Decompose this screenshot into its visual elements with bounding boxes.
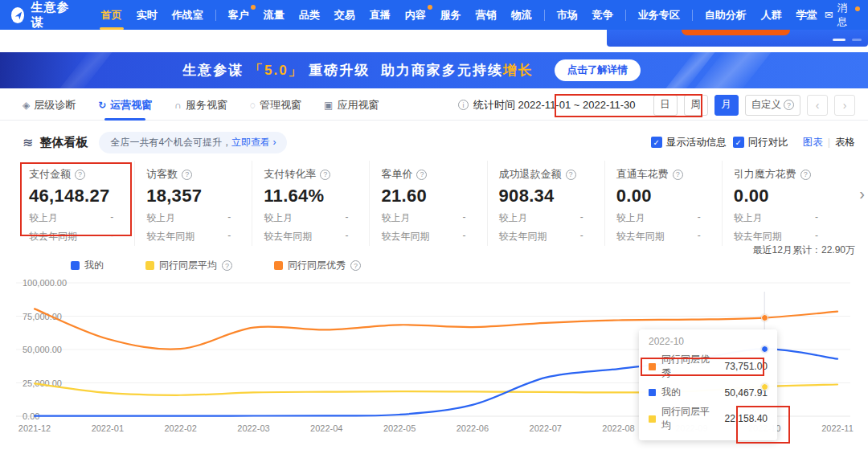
compare-value: - [227,211,231,225]
tab-label: 应用视窗 [337,98,379,112]
help-icon[interactable]: ? [320,170,330,180]
compare-yoy: 较去年同期- [616,230,709,243]
nav-item[interactable]: 物流 [504,0,539,30]
metric-label-text: 支付转化率 [264,167,316,182]
view-table-option[interactable]: 表格 [835,136,855,149]
svg-text:2022-01: 2022-01 [92,423,124,433]
legend-item[interactable]: 同行同层优秀? [274,259,361,272]
banner-cta-button[interactable]: 点击了解详情 [555,59,641,81]
nav-menu: 首页实时作战室客户流量品类交易直播内容服务营销物流市场竞争业务专区自助分析人群学… [94,0,825,30]
next-period-button[interactable]: › [834,95,855,116]
nav-item[interactable]: 首页 [94,0,129,30]
metric-label-text: 访客数 [146,167,178,182]
toggle-label: 同行对比 [748,136,788,149]
prev-period-button[interactable]: ‹ [807,95,828,116]
view-separator: | [828,137,830,148]
nav-item[interactable]: 人群 [754,0,789,30]
tab-item[interactable]: ◌管理视窗 [250,90,301,121]
metric-card[interactable]: 客单价?21.60较上月-较去年同期- [370,161,487,246]
cards-next-arrow[interactable]: › [859,185,865,203]
compare-label: 较上月 [264,211,293,225]
compare-value: - [463,230,466,243]
metric-card[interactable]: 成功退款金额?908.34较上月-较去年同期- [488,161,605,246]
help-icon[interactable]: ? [182,170,192,180]
compare-yoy: 较去年同期- [29,230,121,243]
metric-card[interactable]: 直通车花费?0.00较上月-较去年同期- [605,161,723,246]
compare-value: - [580,230,583,243]
compare-value: - [345,230,348,243]
compare-mom: 较上月- [381,211,473,225]
cumulative-note: 最近12月累计：22.90万 [753,243,855,257]
widget-orange-bar [682,30,790,35]
svg-text:2022-05: 2022-05 [383,423,416,433]
view-chart-option[interactable]: 图表 [803,136,823,149]
checkbox-checked[interactable]: ✓ [651,137,662,148]
custom-range-button[interactable]: 自定义? [745,95,801,116]
widget-dash [833,39,845,41]
brand[interactable]: 生意参谋 [11,0,73,31]
checkbox-checked[interactable]: ✓ [733,137,744,148]
range-button[interactable]: 日 [653,95,678,116]
opportunity-pill[interactable]: 全店一共有4个机会可提升， 立即查看 › [99,132,287,153]
tab-item[interactable]: ∩服务视窗 [174,90,227,121]
nav-item[interactable]: 作战室 [165,0,211,30]
nav-item[interactable]: 服务 [433,0,469,30]
nav-item[interactable]: 流量 [256,0,292,30]
metric-label: 支付转化率? [264,167,356,182]
nav-item[interactable]: 自助分析 [698,0,754,30]
range-button[interactable]: 周 [684,95,708,116]
nav-item[interactable]: 竞争 [585,0,620,30]
help-icon[interactable]: ? [416,170,427,180]
trend-chart: 0.0025,000.0050,000.0075,000.00100,000.0… [0,277,868,454]
tab-label: 管理视窗 [260,98,301,112]
help-icon[interactable]: ? [566,170,576,180]
compare-label: 较去年同期 [616,230,665,243]
opportunity-link[interactable]: 立即查看 › [231,136,276,149]
nav-item[interactable]: 直播 [362,0,398,30]
compare-value: - [110,230,113,243]
tab-item[interactable]: ◈层级诊断 [23,90,76,121]
svg-text:2022-03: 2022-03 [237,423,269,433]
tab-item[interactable]: ▣应用视窗 [324,90,379,121]
help-icon[interactable]: ? [75,170,85,180]
metric-label-text: 成功退款金额 [499,167,562,182]
legend-item[interactable]: 同行同层平均? [145,259,232,272]
help-icon[interactable]: ? [673,170,683,180]
range-buttons: 日周月 [653,95,739,116]
compare-value: - [580,211,583,225]
tab-active[interactable]: ↻运营视窗 [98,90,152,121]
nav-item[interactable]: 客户 [221,0,256,30]
metric-card[interactable]: 访客数?18,357较上月-较去年同期- [135,161,252,246]
board-toggles: ✓显示活动信息✓同行对比 图表 | 表格 [651,136,855,149]
range-button[interactable]: 月 [714,95,739,116]
metric-card[interactable]: 支付转化率?11.64%较上月-较去年同期- [252,161,370,246]
promo-banner[interactable]: 生意参谋 「5.0」 重磅升级 助力商家多元持续增长 点击了解详情 [0,52,868,88]
nav-item[interactable]: 品类 [292,0,327,30]
nav-divider [625,10,626,21]
nav-item[interactable]: 学堂 [789,0,825,30]
nav-item[interactable]: 业务专区 [631,0,687,30]
help-icon[interactable]: ? [222,260,232,271]
compare-label: 较上月 [146,211,175,225]
chart-tooltip: 2022-10 同行同层优秀73,751.00我的50,467.91同行同层平均… [639,329,777,440]
nav-item[interactable]: 市场 [550,0,585,30]
help-icon[interactable]: ? [800,170,811,180]
metric-value: 21.60 [381,186,473,207]
diagnose-icon: ◈ [23,100,30,111]
view-tabs-row: ◈层级诊断↻运营视窗∩服务视窗◌管理视窗▣应用视窗 i 统计时间 2022-11… [0,90,868,121]
nav-item[interactable]: 营销 [469,0,504,30]
metric-label-text: 引力魔方花费 [734,167,796,182]
metric-card[interactable]: 支付金额?46,148.27较上月-较去年同期- [18,161,135,246]
nav-item[interactable]: 内容 [398,0,433,30]
legend-item[interactable]: 我的 [71,259,104,272]
messages-button[interactable]: ✉ 消息 [825,2,857,29]
board-header: ≋ 整体看板 全店一共有4个机会可提升， 立即查看 › ✓显示活动信息✓同行对比… [0,127,868,157]
nav-item[interactable]: 实时 [129,0,165,30]
svg-text:2022-06: 2022-06 [457,423,489,433]
tooltip-swatch [649,363,656,370]
metric-card[interactable]: 引力魔方花费?0.00较上月-较去年同期- [723,161,839,246]
nav-item[interactable]: 交易 [327,0,362,30]
compare-label: 较去年同期 [146,230,194,243]
help-icon[interactable]: ? [350,260,361,271]
tooltip-series-name: 同行同层平均 [661,405,717,432]
